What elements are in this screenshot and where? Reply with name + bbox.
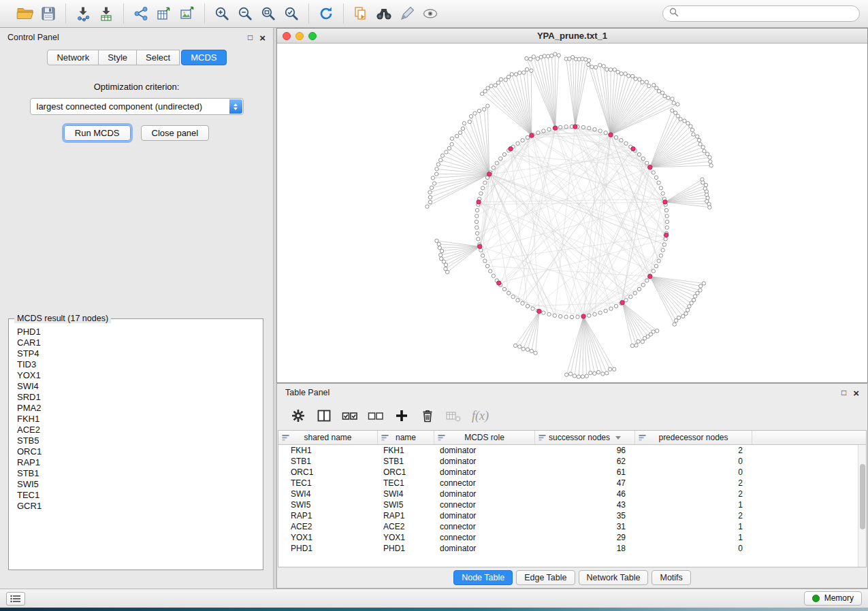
column-header-filler — [752, 431, 866, 444]
column-header-name[interactable]: name — [378, 431, 434, 444]
table-scrollbar[interactable] — [858, 445, 866, 567]
select-all-icon[interactable] — [340, 406, 360, 426]
table-cell: 0 — [635, 467, 752, 477]
table-cell: dominator — [434, 511, 535, 521]
mcds-node-item[interactable]: GCR1 — [17, 501, 255, 512]
search-input[interactable] — [683, 9, 853, 18]
table-cell: 47 — [535, 478, 635, 488]
column-header-predecessor-nodes[interactable]: predecessor nodes — [635, 431, 752, 444]
close-panel-icon[interactable]: × — [259, 33, 266, 43]
control-panel-header: Control Panel □ × — [0, 28, 273, 47]
table-panel-title: Table Panel — [285, 388, 329, 397]
close-panel-button[interactable]: Close panel — [141, 125, 210, 141]
table-row[interactable]: PHD1PHD1dominator180 — [278, 543, 866, 554]
mcds-node-item[interactable]: TID3 — [17, 359, 255, 370]
table-row[interactable]: SWI5SWI5connector431 — [278, 499, 866, 510]
table-cell: connector — [434, 500, 535, 510]
zoom-out-icon[interactable] — [234, 3, 256, 24]
add-column-icon[interactable] — [391, 406, 412, 426]
column-header-MCDS-role[interactable]: MCDS role — [434, 431, 535, 444]
tab-node-table[interactable]: Node Table — [453, 570, 513, 585]
close-window-button[interactable] — [283, 32, 291, 40]
style-brush-icon[interactable] — [396, 3, 418, 24]
mcds-node-item[interactable]: TEC1 — [17, 490, 255, 501]
toolbar-group — [308, 3, 343, 24]
optimization-criterion-select[interactable]: largest connected component (undirected) — [30, 98, 244, 115]
table-cell: SWI4 — [278, 489, 378, 499]
maximize-window-button[interactable] — [308, 32, 317, 40]
tab-network[interactable]: Network — [47, 50, 99, 65]
column-sort-icon — [381, 434, 389, 442]
minimize-window-button[interactable] — [295, 32, 304, 40]
table-cell: 1 — [635, 500, 752, 510]
tab-edge-table[interactable]: Edge Table — [516, 570, 575, 585]
zoom-fit-icon[interactable] — [257, 3, 279, 24]
open-folder-icon[interactable] — [14, 3, 36, 24]
import-table-icon[interactable] — [95, 3, 117, 24]
table-row[interactable]: ACE2ACE2connector311 — [278, 521, 866, 532]
export-table-icon[interactable] — [153, 3, 175, 24]
mcds-node-item[interactable]: PMA2 — [17, 403, 255, 414]
memory-button[interactable]: Memory — [804, 591, 862, 606]
network-canvas[interactable] — [277, 44, 867, 382]
mcds-node-item[interactable]: CAR1 — [17, 337, 255, 348]
mcds-node-item[interactable]: YOX1 — [17, 370, 255, 381]
tab-style[interactable]: Style — [98, 50, 137, 65]
table-cell: 31 — [535, 522, 635, 531]
export-image-icon[interactable] — [176, 3, 198, 24]
mcds-node-item[interactable]: SWI4 — [17, 381, 255, 392]
mcds-node-item[interactable]: ORC1 — [17, 446, 255, 457]
search-box — [662, 5, 860, 22]
mcds-node-item[interactable]: SWI5 — [17, 479, 255, 490]
task-history-button[interactable] — [6, 592, 25, 606]
mcds-node-item[interactable]: STB1 — [17, 468, 255, 479]
table-cell: 96 — [535, 446, 635, 455]
mcds-node-item[interactable]: STB5 — [17, 435, 255, 446]
table-row[interactable]: YOX1YOX1connector291 — [278, 532, 866, 543]
close-table-panel-icon[interactable]: × — [853, 388, 859, 398]
column-header-shared-name[interactable]: shared name — [278, 431, 378, 444]
table-bottom-tabs: Node TableEdge TableNetwork TableMotifs — [277, 567, 867, 588]
tab-network-table[interactable]: Network Table — [579, 570, 649, 585]
mcds-node-item[interactable]: STP4 — [17, 348, 255, 359]
network-graph[interactable] — [277, 44, 867, 382]
mcds-node-item[interactable]: RAP1 — [17, 457, 255, 468]
mcds-node-item[interactable]: ACE2 — [17, 425, 255, 435]
table-row[interactable]: TEC1TEC1connector472 — [278, 478, 866, 489]
run-mcds-button[interactable]: Run MCDS — [64, 125, 131, 141]
table-settings-gear-icon[interactable] — [288, 406, 308, 426]
zoom-selected-icon[interactable] — [280, 3, 302, 24]
deselect-all-icon[interactable] — [366, 406, 386, 426]
split-columns-icon[interactable] — [314, 406, 334, 426]
table-cell: connector — [434, 522, 535, 531]
table-row[interactable]: SWI4SWI4dominator462 — [278, 489, 866, 499]
mcds-node-item[interactable]: FKH1 — [17, 414, 255, 425]
tab-mcds[interactable]: MCDS — [181, 50, 226, 65]
memory-button-label: Memory — [824, 593, 854, 603]
mcds-node-item[interactable]: PHD1 — [17, 327, 255, 337]
eye-icon[interactable] — [419, 3, 441, 24]
copy-document-icon[interactable] — [350, 3, 372, 24]
binoculars-icon[interactable] — [373, 3, 395, 24]
delete-column-icon[interactable] — [417, 406, 438, 426]
mcds-result-list[interactable]: PHD1CAR1STP4TID3YOX1SWI4SRD1PMA2FKH1ACE2… — [9, 319, 263, 519]
table-cell: 1 — [635, 522, 752, 531]
table-row[interactable]: FKH1FKH1dominator962 — [278, 445, 866, 456]
mcds-node-item[interactable]: SRD1 — [17, 392, 255, 403]
scrollbar-thumb[interactable] — [860, 464, 865, 529]
table-row[interactable]: STB1STB1dominator620 — [278, 456, 866, 467]
export-network-icon[interactable] — [130, 3, 152, 24]
table-row[interactable]: RAP1RAP1dominator352 — [278, 510, 866, 521]
column-header-successor-nodes[interactable]: successor nodes — [535, 431, 635, 444]
tab-motifs[interactable]: Motifs — [652, 570, 690, 585]
import-network-icon[interactable] — [72, 3, 94, 24]
node-table: shared namenameMCDS rolesuccessor nodesp… — [278, 430, 867, 567]
zoom-in-icon[interactable] — [211, 3, 233, 24]
save-icon[interactable] — [37, 3, 59, 24]
mcds-result-title: MCDS result (17 nodes) — [14, 314, 111, 323]
table-row[interactable]: ORC1ORC1dominator610 — [278, 467, 866, 478]
refresh-icon[interactable] — [315, 3, 337, 24]
float-table-panel-icon[interactable]: □ — [841, 389, 846, 397]
float-panel-icon[interactable]: □ — [248, 33, 253, 42]
tab-select[interactable]: Select — [136, 50, 180, 65]
